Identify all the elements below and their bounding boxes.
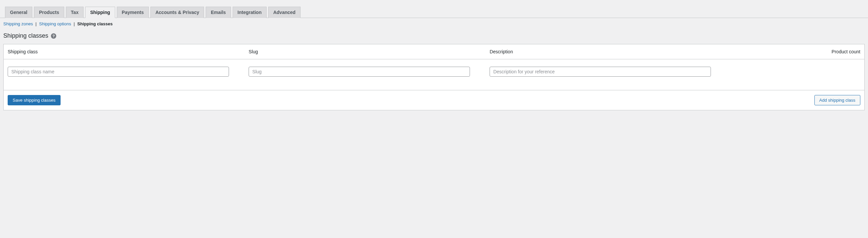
add-shipping-class-button[interactable]: Add shipping class (814, 95, 860, 105)
settings-tabs: General Products Tax Shipping Payments A… (0, 0, 868, 18)
tab-tax[interactable]: Tax (66, 7, 84, 18)
cell-product-count (726, 63, 864, 81)
table-footer: Save shipping classes Add shipping class (4, 90, 864, 110)
slug-input[interactable] (249, 67, 470, 77)
header-product-count: Product count (726, 44, 864, 59)
tab-shipping[interactable]: Shipping (85, 7, 115, 18)
tab-accounts-privacy[interactable]: Accounts & Privacy (150, 7, 204, 18)
header-slug: Slug (245, 44, 486, 59)
tab-payments[interactable]: Payments (117, 7, 149, 18)
shipping-classes-table: Shipping class Slug Description Product … (3, 44, 865, 110)
subtab-shipping-zones[interactable]: Shipping zones (3, 21, 33, 26)
subtab-shipping-classes: Shipping classes (77, 21, 113, 26)
description-input[interactable] (490, 67, 711, 77)
tab-products[interactable]: Products (34, 7, 64, 18)
separator: | (36, 21, 38, 26)
table-row (4, 59, 864, 90)
cell-slug (245, 63, 486, 81)
page-header: Shipping classes ? (0, 30, 868, 44)
cell-shipping-class (4, 63, 245, 81)
page-title: Shipping classes (3, 32, 48, 39)
subtab-shipping-options[interactable]: Shipping options (39, 21, 71, 26)
tab-advanced[interactable]: Advanced (268, 7, 301, 18)
separator: | (73, 21, 76, 26)
header-shipping-class: Shipping class (4, 44, 245, 59)
shipping-class-name-input[interactable] (8, 67, 229, 77)
header-description: Description (486, 44, 726, 59)
cell-description (486, 63, 726, 81)
tab-integration[interactable]: Integration (232, 7, 267, 18)
tab-general[interactable]: General (5, 7, 32, 18)
help-icon[interactable]: ? (51, 33, 56, 39)
save-shipping-classes-button[interactable]: Save shipping classes (8, 95, 61, 105)
shipping-subtabs: Shipping zones | Shipping options | Ship… (0, 18, 868, 30)
tab-emails[interactable]: Emails (206, 7, 230, 18)
table-header: Shipping class Slug Description Product … (4, 44, 864, 59)
